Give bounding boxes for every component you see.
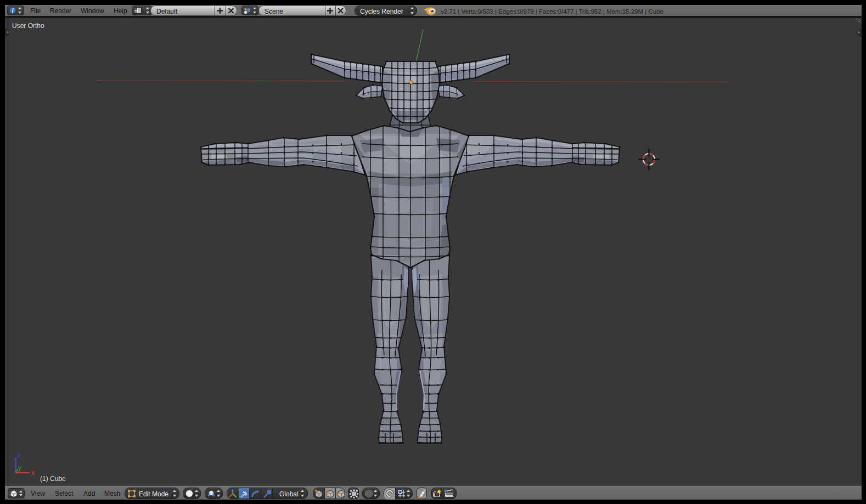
svg-text:x: x: [31, 469, 35, 477]
svg-text:z: z: [17, 451, 20, 459]
svg-text:y: y: [18, 464, 21, 472]
